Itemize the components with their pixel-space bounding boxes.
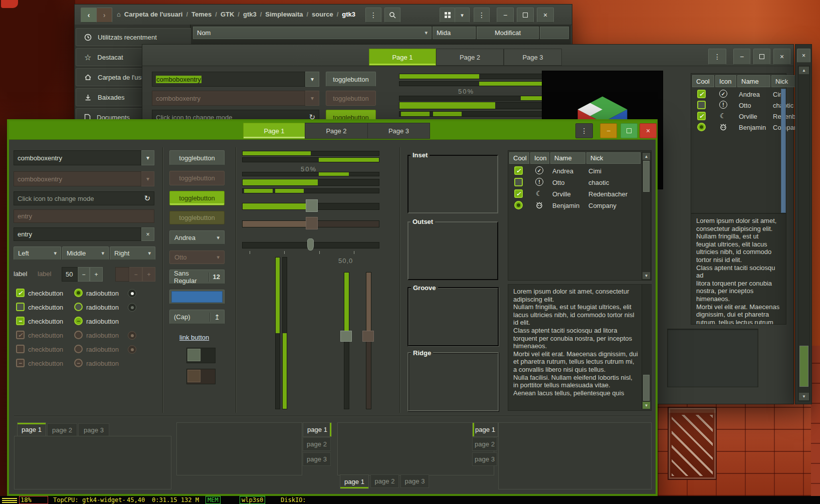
radiobutton-label[interactable]: radiobutton xyxy=(86,290,119,297)
column-header-modified[interactable]: Modificat xyxy=(477,27,539,39)
gtk4-spin-plus-button[interactable]: + xyxy=(90,267,103,282)
list-cell-nick[interactable]: chaotic xyxy=(588,179,639,186)
notebook-c-tab-page1[interactable]: page 1 xyxy=(340,474,369,489)
gtk4-close-button[interactable]: × xyxy=(640,123,657,138)
checkbutton-label[interactable]: checkbutton xyxy=(28,304,63,311)
scrollbar-thumb[interactable] xyxy=(643,375,650,401)
list-cell-name[interactable]: Andrea xyxy=(739,91,770,98)
breadcrumb-seg[interactable]: Simplewaita xyxy=(265,11,303,18)
checkbox-unchecked[interactable] xyxy=(16,303,25,311)
gtk4-vertical-scale-handle[interactable] xyxy=(340,331,352,342)
breadcrumb-seg[interactable]: Carpeta de l'usuari xyxy=(124,11,183,18)
scroll-up-icon[interactable]: ▲ xyxy=(799,67,809,74)
gtk4-togglebutton-active[interactable]: togglebutton xyxy=(169,191,225,205)
gtk4-scale-marks-handle[interactable] xyxy=(307,238,314,250)
gtk3-close-button[interactable]: × xyxy=(773,49,790,65)
notebook-d-tab-page1[interactable]: page 1 xyxy=(472,422,498,437)
radiobutton-label[interactable]: radiobutton xyxy=(86,318,119,325)
radio-unselected[interactable] xyxy=(74,303,83,311)
list-cell-name[interactable]: Benjamin xyxy=(552,202,584,209)
view-options-button[interactable]: ▾ xyxy=(455,8,470,23)
list-cell-nick[interactable]: Cimi xyxy=(588,167,639,175)
scroll-down-icon[interactable]: ▼ xyxy=(799,393,809,400)
column-header-name[interactable]: Nom▾ xyxy=(193,27,432,39)
gtk4-menu-button[interactable]: ⋮ xyxy=(575,123,593,138)
row-checkbox[interactable]: ✓ xyxy=(514,189,523,198)
gtk4-list-scrollbar[interactable]: ▲ ▼ xyxy=(642,152,651,280)
list-cell-name[interactable]: Otto xyxy=(739,102,770,109)
notebook-a-tab-page2[interactable]: page 2 xyxy=(47,423,77,437)
notebook-d-tab-page3[interactable]: page 3 xyxy=(472,452,497,466)
breadcrumb-seg[interactable]: gtk3 xyxy=(243,11,257,18)
gtk3-comboboxentry[interactable]: comboboxentry xyxy=(152,72,305,87)
gtk3-combo-dropdown[interactable]: ▾ xyxy=(305,72,319,87)
menu-button[interactable]: ⋮ xyxy=(365,8,381,23)
gtk4-spin-minus-button[interactable]: − xyxy=(78,267,90,282)
scrollbar-thumb[interactable] xyxy=(781,89,786,213)
radio-selected[interactable] xyxy=(74,289,83,297)
scrollbar-thumb[interactable] xyxy=(643,161,650,192)
radio-indicator-dim[interactable] xyxy=(128,303,136,312)
list-cell-name[interactable]: Orville xyxy=(739,113,770,120)
gtk4-comboboxentry[interactable]: comboboxentry xyxy=(14,150,141,165)
checkbutton-label[interactable]: checkbutton xyxy=(28,290,63,297)
notebook-a-tab-page3[interactable]: page 3 xyxy=(78,423,109,437)
gtk4-col-name[interactable]: Name xyxy=(550,152,585,164)
breadcrumb-seg[interactable]: Temes xyxy=(191,11,212,18)
breadcrumb-seg[interactable]: source xyxy=(312,11,333,18)
gtk4-combobox-andrea[interactable]: Andrea▾ xyxy=(169,230,225,244)
gtk4-tab-page2[interactable]: Page 2 xyxy=(305,123,368,139)
gtk4-file-chooser-button[interactable]: (Cap) ↥ xyxy=(169,310,225,324)
partial-close-button[interactable]: × xyxy=(797,49,810,63)
refresh-icon[interactable]: ↻ xyxy=(144,194,150,203)
notebook-b-tab-page1[interactable]: page 1 xyxy=(303,422,332,437)
gtk3-menu-button[interactable]: ⋮ xyxy=(708,49,726,65)
gtk3-tab-page3[interactable]: Page 3 xyxy=(504,49,562,66)
gtk4-entry-clear-button[interactable]: × xyxy=(141,227,154,241)
gtk4-switch[interactable] xyxy=(186,348,216,363)
gtk4-tab-page3[interactable]: Page 3 xyxy=(367,123,430,139)
close-button[interactable]: × xyxy=(537,8,554,23)
gtk3-col-name[interactable]: Name xyxy=(737,75,770,87)
gtk4-spinbutton-value[interactable]: 50 xyxy=(62,267,78,282)
gtk4-color-button[interactable] xyxy=(169,290,225,304)
checkbox-indeterminate[interactable]: − xyxy=(16,317,25,325)
checkbutton-label[interactable]: checkbutton xyxy=(28,318,63,325)
radiobutton-label[interactable]: radiobutton xyxy=(86,304,119,311)
back-button[interactable]: ‹ xyxy=(81,8,97,23)
notebook-c-tab-page3[interactable]: page 3 xyxy=(400,474,429,488)
gtk4-scale-handle[interactable] xyxy=(306,199,318,212)
scroll-down-icon[interactable]: ▼ xyxy=(643,272,650,279)
gtk4-combo-dropdown[interactable]: ▾ xyxy=(141,150,154,165)
breadcrumb[interactable]: ⌂ Carpeta de l'usuari/ Temes/ GTK/ gtk3/… xyxy=(117,11,355,18)
gtk4-minimize-button[interactable]: − xyxy=(600,123,617,138)
switch-handle[interactable] xyxy=(187,349,200,361)
sidebar-item-recent[interactable]: Utilitzats recentment xyxy=(76,28,197,46)
gtk3-maximize-button[interactable] xyxy=(753,49,770,65)
gtk4-font-button[interactable]: Sans Regular 12 xyxy=(169,270,225,284)
checkbox-checked[interactable]: ✓ xyxy=(16,289,25,297)
row-radio[interactable] xyxy=(514,201,523,209)
notebook-b-tab-page2[interactable]: page 2 xyxy=(303,437,331,451)
gtk3-togglebutton[interactable]: togglebutton xyxy=(326,72,376,87)
notebook-d-tab-page2[interactable]: page 2 xyxy=(472,437,497,451)
gtk4-col-icon[interactable]: Icon xyxy=(530,152,549,164)
notebook-c-tab-page2[interactable]: page 2 xyxy=(370,474,399,488)
view-grid-button[interactable] xyxy=(440,8,455,23)
maximize-button[interactable] xyxy=(517,8,534,23)
gtk4-dropdown-left[interactable]: Left▾ xyxy=(14,246,61,260)
row-checkbox[interactable] xyxy=(697,101,706,109)
gtk4-link-button[interactable]: link button xyxy=(179,334,209,341)
gtk3-textview[interactable]: Lorem ipsum dolor sit amet, consectetur … xyxy=(691,213,786,325)
notebook-a-tab-page1[interactable]: page 1 xyxy=(17,422,46,437)
row-checkbox[interactable]: ✓ xyxy=(697,112,706,120)
list-cell-nick[interactable]: Redenbacher xyxy=(588,190,639,198)
gtk3-tab-page1[interactable]: Page 1 xyxy=(369,49,436,66)
minimize-button[interactable]: − xyxy=(497,8,514,23)
breadcrumb-seg[interactable]: GTK xyxy=(221,11,234,18)
forward-button[interactable]: › xyxy=(96,8,112,23)
column-header-extra[interactable] xyxy=(540,27,569,39)
radio-indicator[interactable] xyxy=(128,289,136,298)
row-radio[interactable] xyxy=(697,123,706,131)
gtk3-col-icon[interactable]: Icon xyxy=(715,75,736,87)
